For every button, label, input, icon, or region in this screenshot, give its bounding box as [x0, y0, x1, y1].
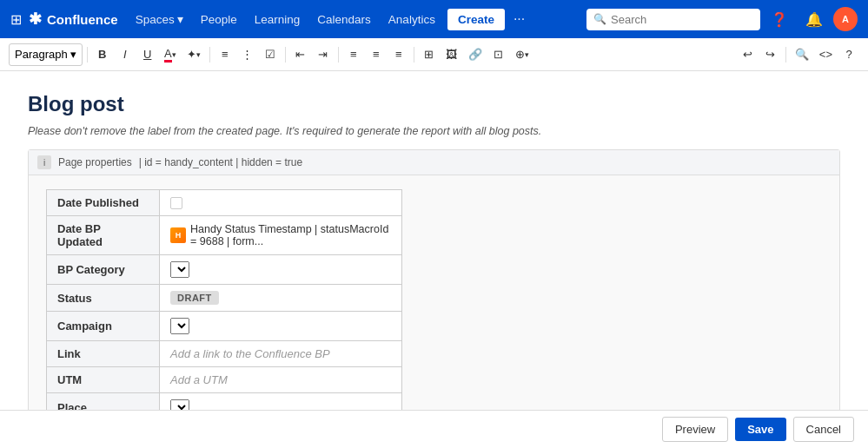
search-icon: 🔍	[593, 13, 606, 25]
confluence-logo-icon: ✱	[29, 10, 42, 29]
nav-spaces[interactable]: Spaces ▾	[129, 9, 190, 30]
help-icon-btn[interactable]: ❓	[764, 6, 795, 33]
action-bar: Preview Save Cancel	[0, 410, 868, 448]
select-placeholder[interactable]	[170, 320, 189, 333]
toolbar-separator	[285, 47, 286, 63]
table-cell-value[interactable]	[160, 393, 402, 411]
chevron-down-icon: ▾	[177, 12, 183, 26]
indent-button[interactable]: ⇥	[313, 43, 334, 66]
table-cell-label: Campaign	[47, 312, 160, 341]
save-button[interactable]: Save	[735, 418, 785, 441]
page-properties-content: Date PublishedDate BP UpdatedHHandy Stat…	[29, 175, 839, 410]
page-properties-block: i Page properties | id = handy_content |…	[28, 149, 840, 410]
align-right-button[interactable]: ≡	[388, 43, 409, 66]
page-properties-meta: | id = handy_content | hidden = true	[139, 156, 302, 168]
link-placeholder[interactable]: Add a link to the Confluence BP	[170, 347, 330, 360]
table-row: Place	[47, 393, 402, 411]
table-cell-label: UTM	[47, 367, 160, 393]
align-center-button[interactable]: ≡	[366, 43, 387, 66]
cancel-button[interactable]: Cancel	[793, 417, 854, 442]
macro-text: Handy Status Timestamp | statusMacroId =…	[190, 223, 391, 247]
select-placeholder[interactable]	[170, 263, 189, 276]
status-badge: DRAFT	[170, 291, 219, 305]
grid-icon[interactable]: ⊞	[10, 11, 22, 28]
editor-content: Blog post Please don't remove the label …	[0, 71, 868, 410]
notice-text: Please don't remove the label from the c…	[28, 125, 840, 137]
font-color-button[interactable]: A ▾	[160, 43, 181, 66]
table-cell-label: BP Category	[47, 255, 160, 285]
table-row: Campaign	[47, 312, 402, 341]
table-cell-value: HHandy Status Timestamp | statusMacroId …	[160, 216, 402, 255]
table-cell-label: Status	[47, 285, 160, 312]
preview-button[interactable]: Preview	[662, 417, 728, 442]
table-cell-label: Date Published	[47, 190, 160, 216]
select-placeholder[interactable]	[170, 401, 189, 410]
highlight-button[interactable]: ✦ ▾	[182, 43, 205, 66]
chevron-down-icon: ▾	[525, 50, 529, 59]
table-row: Date Published	[47, 190, 402, 216]
code-view-button[interactable]: <>	[815, 43, 837, 66]
table-cell-label: Date BP Updated	[47, 216, 160, 255]
table-row: StatusDRAFT	[47, 285, 402, 312]
navbar: ⊞ ✱ Confluence Spaces ▾ People Learning …	[0, 0, 868, 38]
app-logo[interactable]: ✱ Confluence	[29, 10, 118, 29]
search-input[interactable]	[586, 9, 760, 30]
nav-analytics[interactable]: Analytics	[381, 10, 442, 30]
underline-button[interactable]: U	[137, 43, 158, 66]
help-button[interactable]: ?	[838, 43, 859, 66]
table-cell-label: Link	[47, 341, 160, 367]
nav-people[interactable]: People	[194, 10, 244, 30]
link-placeholder[interactable]: Add a UTM	[170, 373, 228, 386]
toolbar-separator	[785, 47, 786, 63]
notifications-icon-btn[interactable]: 🔔	[798, 6, 830, 33]
editor-toolbar: Paragraph ▾ B I U A ▾ ✦ ▾ ≡ ⋮ ☑ ⇤ ⇥ ≡ ≡ …	[0, 38, 868, 71]
nav-calendars[interactable]: Calendars	[310, 10, 378, 30]
create-button[interactable]: Create	[447, 9, 505, 30]
numbered-list-button[interactable]: ⋮	[237, 43, 258, 66]
search-wrapper: 🔍	[586, 9, 760, 30]
outdent-button[interactable]: ⇤	[290, 43, 311, 66]
macro-icon: H	[170, 227, 186, 243]
chevron-down-icon: ▾	[196, 50, 201, 59]
toolbar-separator	[338, 47, 339, 63]
table-button[interactable]: ⊞	[419, 43, 440, 66]
insert-dropdown[interactable]: ⊕ ▾	[511, 43, 533, 66]
table-row: BP Category	[47, 255, 402, 285]
chevron-down-icon: ▾	[172, 50, 176, 59]
user-avatar[interactable]: A	[833, 7, 858, 31]
properties-table: Date PublishedDate BP UpdatedHHandy Stat…	[46, 189, 402, 410]
redo-button[interactable]: ↪	[760, 43, 781, 66]
task-list-button[interactable]: ☑	[260, 43, 281, 66]
page-properties-icon: i	[37, 155, 51, 169]
toolbar-separator	[87, 47, 88, 63]
table-cell-label: Place	[47, 393, 160, 411]
page-properties-header: i Page properties | id = handy_content |…	[29, 150, 839, 175]
page-properties-label: Page properties	[58, 156, 132, 168]
chevron-down-icon: ▾	[70, 48, 76, 61]
table-cell-value[interactable]	[160, 312, 402, 341]
bold-button[interactable]: B	[92, 43, 113, 66]
find-button[interactable]: 🔍	[791, 43, 813, 66]
nav-learning[interactable]: Learning	[248, 10, 308, 30]
layout-button[interactable]: ⊡	[488, 43, 509, 66]
app-name: Confluence	[47, 12, 118, 27]
table-cell-value[interactable]: Add a link to the Confluence BP	[160, 341, 402, 367]
table-row: Date BP UpdatedHHandy Status Timestamp |…	[47, 216, 402, 255]
italic-button[interactable]: I	[115, 43, 136, 66]
table-cell-value[interactable]	[160, 255, 402, 285]
more-button[interactable]: ···	[508, 8, 530, 30]
undo-button[interactable]: ↩	[738, 43, 759, 66]
table-cell-value[interactable]: Add a UTM	[160, 367, 402, 393]
table-cell-value[interactable]	[160, 190, 402, 216]
paragraph-dropdown[interactable]: Paragraph ▾	[9, 43, 83, 66]
image-button[interactable]: 🖼	[441, 43, 462, 66]
table-cell-value: DRAFT	[160, 285, 402, 312]
page-title[interactable]: Blog post	[28, 92, 840, 116]
link-button[interactable]: 🔗	[464, 43, 487, 66]
toolbar-separator	[414, 47, 414, 63]
toolbar-right: ↩ ↪ 🔍 <> ?	[738, 43, 859, 66]
align-left-button[interactable]: ≡	[343, 43, 364, 66]
bullet-list-button[interactable]: ≡	[215, 43, 235, 66]
table-row: LinkAdd a link to the Confluence BP	[47, 341, 402, 367]
toolbar-separator	[209, 47, 210, 63]
